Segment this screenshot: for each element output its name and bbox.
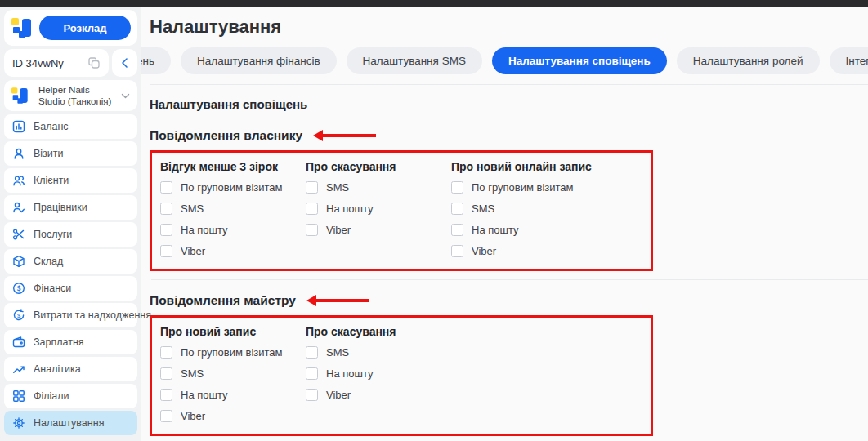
checkbox-label: По груповим візитам [181, 346, 283, 359]
tab-checkbox-integration[interactable]: Інтеграція з Checkbox [830, 47, 868, 74]
sidebar-menu: Баланс Візити Клієнти Працівники [4, 114, 137, 435]
checkbox[interactable] [160, 346, 172, 359]
sidebar-item-services[interactable]: Послуги [4, 222, 137, 247]
schedule-button[interactable]: Розклад [39, 16, 131, 40]
page-title: Налаштування [150, 7, 868, 38]
tab-partial[interactable]: кень [141, 47, 171, 74]
checkbox[interactable] [160, 203, 172, 215]
checkbox-label: SMS [326, 181, 349, 194]
column-title: Відгук менше 3 зірок [160, 160, 306, 173]
sidebar-item-label: Працівники [34, 202, 87, 213]
package-icon [12, 255, 25, 268]
checkbox-option: SMS [160, 367, 306, 380]
annotation-arrow-master [315, 299, 369, 302]
annotation-box-owner: Відгук менше 3 зірок По груповим візитам… [150, 150, 653, 271]
checkbox[interactable] [306, 368, 318, 380]
app-root: Розклад ID 34vwNy Helper Nails Studio (Т… [0, 7, 868, 441]
window-top-bar [0, 0, 868, 7]
checkbox-label: Viber [181, 410, 205, 422]
checkbox-option: Viber [160, 409, 306, 422]
checkbox-option: На пошту [160, 223, 306, 236]
sidebar-item-label: Клієнти [34, 175, 69, 186]
checkbox[interactable] [160, 245, 172, 257]
sidebar-item-employees[interactable]: Працівники [4, 195, 137, 220]
studio-name: Helper Nails Studio (Танкопія) [38, 84, 114, 108]
owner-column-new-online-booking: Про новий онлайн запис По груповим візит… [451, 160, 597, 265]
svg-text:$: $ [17, 312, 21, 319]
owner-column-review: Відгук менше 3 зірок По груповим візитам… [160, 160, 306, 265]
sidebar-item-balance[interactable]: Баланс [4, 114, 137, 139]
checkbox[interactable] [451, 224, 463, 236]
sidebar-item-label: Візити [34, 148, 64, 159]
checkbox-option: SMS [451, 202, 597, 215]
checkbox-option: Viber [306, 223, 451, 236]
balance-chart-icon [12, 120, 25, 133]
checkbox[interactable] [451, 245, 463, 257]
sidebar-item-branches[interactable]: Філіали [4, 384, 137, 408]
checkbox-option: Viber [451, 244, 597, 257]
divider [150, 84, 868, 85]
checkbox[interactable] [451, 181, 463, 194]
sidebar-item-finance[interactable]: $ Фінанси [4, 276, 137, 301]
dollar-circle-icon: $ [12, 282, 25, 295]
checkbox-label: Viber [326, 224, 351, 236]
sidebar-collapse-button[interactable] [112, 49, 137, 77]
tab-finance-settings[interactable]: Налаштування фінансів [181, 47, 337, 74]
checkbox[interactable] [306, 181, 318, 194]
studio-selector[interactable]: Helper Nails Studio (Танкопія) [4, 80, 137, 111]
checkbox-option: Viber [306, 388, 451, 401]
copy-icon[interactable] [87, 56, 101, 69]
checkbox-option: По груповим візитам [160, 180, 306, 194]
sidebar-item-label: Аналітика [34, 363, 81, 375]
sidebar-item-label: Витрати та надходження [34, 310, 151, 321]
tab-roles-settings[interactable]: Налаштування ролей [677, 47, 820, 74]
tab-notification-settings[interactable]: Налаштування сповіщень [492, 47, 667, 74]
checkbox[interactable] [306, 224, 318, 236]
checkbox[interactable] [306, 346, 318, 359]
column-title: Про скасування [306, 325, 451, 338]
wallet-icon [12, 336, 25, 349]
checkbox[interactable] [160, 389, 172, 401]
gear-icon [12, 416, 25, 430]
sidebar-item-label: Зарплатня [34, 336, 84, 348]
person-check-icon [12, 201, 25, 214]
sidebar-item-label: Склад [34, 256, 63, 267]
sidebar-item-clients[interactable]: Клієнти [4, 168, 137, 193]
sidebar-item-visits[interactable]: Візити [4, 141, 137, 166]
checkbox[interactable] [160, 410, 172, 422]
sidebar-item-expenses[interactable]: $ Витрати та надходження [4, 303, 137, 327]
checkbox-option: По груповим візитам [160, 345, 306, 359]
sidebar-item-label: Філіали [34, 390, 69, 402]
checkbox-option: Viber [160, 244, 306, 257]
logo-card: Розклад [4, 10, 137, 46]
checkbox-label: SMS [326, 346, 349, 359]
sidebar-item-label: Послуги [34, 229, 72, 240]
checkbox[interactable] [160, 224, 172, 236]
account-id-card: ID 34vwNy [4, 49, 109, 77]
sidebar: Розклад ID 34vwNy Helper Nails Studio (Т… [0, 7, 141, 441]
checkbox-option: По груповим візитам [451, 180, 597, 194]
checkbox-option: На пошту [160, 388, 306, 401]
checkbox[interactable] [306, 203, 318, 215]
tab-sms-settings[interactable]: Налаштування SMS [347, 47, 482, 74]
sidebar-item-settings[interactable]: Налаштування [4, 411, 137, 435]
chevron-down-icon [120, 91, 131, 101]
people-icon [12, 174, 25, 187]
sidebar-item-warehouse[interactable]: Склад [4, 249, 137, 274]
checkbox[interactable] [306, 389, 318, 401]
column-title: Про новий запис [160, 325, 306, 338]
checkbox-label: SMS [472, 203, 494, 215]
checkbox-option: SMS [160, 202, 306, 215]
checkbox-label: На пошту [326, 368, 374, 380]
sidebar-item-salary[interactable]: Зарплатня [4, 330, 137, 354]
checkbox[interactable] [451, 203, 463, 215]
master-group-header: Повідомлення майстру [150, 293, 868, 308]
column-title: Про скасування [306, 160, 451, 173]
checkbox[interactable] [160, 368, 172, 380]
checkbox-label: На пошту [181, 224, 228, 236]
checkbox-option: На пошту [306, 202, 451, 215]
sidebar-item-analytics[interactable]: Аналітика [4, 357, 137, 381]
checkbox-label: На пошту [472, 224, 519, 236]
checkbox-label: На пошту [326, 203, 374, 215]
checkbox[interactable] [160, 181, 172, 194]
